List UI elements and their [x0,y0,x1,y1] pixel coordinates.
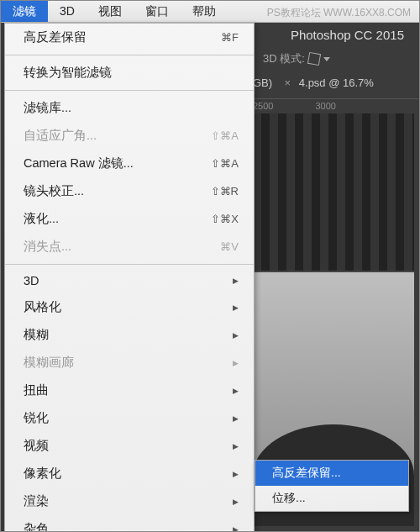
menu-help[interactable]: 帮助 [181,1,228,22]
menu-filter-gallery[interactable]: 滤镜库... [5,94,254,122]
menu-adaptive-wide: 自适应广角... ⇧⌘A [5,122,254,150]
menu-pixelate[interactable]: 像素化 [5,460,254,487]
menu-label: 杂色 [24,521,49,532]
menu-label: 风格化 [24,299,61,315]
tab-filename: 4.psd @ 16.7% [299,76,374,89]
menu-render[interactable]: 渲染 [5,487,254,515]
menu-label: 模糊 [24,327,49,343]
menu-label: 渲染 [24,493,49,509]
submenu-high-pass[interactable]: 高反差保留... [255,461,408,486]
mode-label: 3D 模式: [263,51,305,66]
close-icon[interactable]: × [285,76,291,89]
menu-stylize[interactable]: 风格化 [5,293,254,321]
menu-smart-filter[interactable]: 转换为智能滤镜 [5,59,254,87]
ruler-tick: 3000 [315,101,335,111]
menu-3d[interactable]: 3D [48,1,87,22]
menu-label: 锐化 [24,410,49,426]
menu-blur[interactable]: 模糊 [5,321,254,349]
shortcut: ⇧⌘A [211,129,239,142]
menu-camera-raw[interactable]: Camera Raw 滤镜... ⇧⌘A [5,150,254,177]
separator [5,55,254,55]
menu-label: 自适应广角... [24,128,97,144]
cube-icon[interactable] [307,52,321,66]
menu-lens-correction[interactable]: 镜头校正... ⇧⌘R [5,177,254,205]
menu-sharpen[interactable]: 锐化 [5,404,254,432]
shortcut: ⇧⌘A [211,157,239,170]
other-submenu: 高反差保留... 位移... [255,460,409,512]
shortcut: ⇧⌘R [211,185,239,198]
menu-filter[interactable]: 滤镜 [1,1,48,22]
menu-distort[interactable]: 扭曲 [5,377,254,404]
chevron-down-icon[interactable] [323,57,330,61]
menu-label: 转换为智能滤镜 [24,65,112,81]
menu-label: 扭曲 [24,382,49,398]
separator [5,264,254,265]
menu-liquify[interactable]: 液化... ⇧⌘X [5,205,254,233]
shortcut: ⇧⌘X [211,213,239,225]
tab-suffix: GB) [253,76,272,89]
menu-label: 消失点... [24,239,71,255]
menu-vanishing-point: 消失点... ⌘V [5,233,254,261]
watermark: PS教程论坛 WWW.16XX8.COM [267,6,411,20]
menu-label: Camera Raw 滤镜... [24,155,134,171]
app-title: Photoshop CC 2015 [291,28,404,42]
shortcut: ⌘F [221,31,239,44]
ruler: 2500 3000 [253,98,420,111]
options-bar: 3D 模式: [263,51,330,66]
menu-label: 镜头校正... [24,183,84,199]
menu-label: 高反差保留... [272,466,341,481]
ruler-tick: 2500 [253,101,273,111]
menu-label: 3D [24,274,39,287]
menu-noise[interactable]: 杂色 [5,515,254,532]
menu-label: 位移... [272,491,306,506]
menu-label: 像素化 [24,466,61,482]
separator [5,90,254,91]
menu-video[interactable]: 视频 [5,432,254,460]
menu-label: 视频 [24,438,49,454]
menu-last-filter[interactable]: 高反差保留 ⌘F [5,24,254,51]
menu-label: 液化... [24,211,59,227]
menu-window[interactable]: 窗口 [134,1,181,22]
menu-3d-sub[interactable]: 3D [5,268,254,293]
menu-view[interactable]: 视图 [87,1,134,22]
submenu-offset[interactable]: 位移... [255,486,408,511]
filter-menu: 高反差保留 ⌘F 转换为智能滤镜 滤镜库... 自适应广角... ⇧⌘A Cam… [4,23,255,532]
menu-label: 模糊画廊 [24,355,74,371]
document-tab[interactable]: GB) × 4.psd @ 16.7% [253,76,374,89]
shortcut: ⌘V [220,240,239,253]
menu-label: 滤镜库... [24,100,71,116]
menu-label: 高反差保留 [24,29,87,45]
menu-blur-gallery: 模糊画廊 [5,349,254,377]
